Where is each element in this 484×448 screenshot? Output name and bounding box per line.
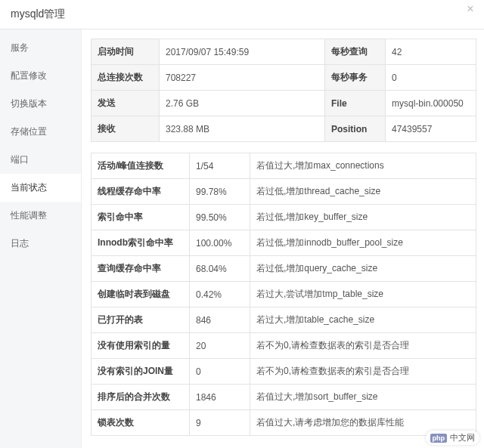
- table-row: 发送 2.76 GB File mysql-bin.000050: [92, 91, 476, 116]
- table-row: 总连接次数 708227 每秒事务 0: [92, 65, 476, 91]
- metric-hint: 若不为0,请检查数据表的索引是否合理: [250, 333, 476, 359]
- page-title: mysqld管理: [11, 8, 65, 20]
- summary-val: 47439557: [386, 116, 476, 142]
- summary-val: 2.76 GB: [160, 91, 325, 116]
- metric-value: 9: [190, 410, 250, 436]
- metric-value: 0.42%: [190, 282, 250, 307]
- table-row: 排序后的合并次数1846若值过大,增加sort_buffer_size: [92, 385, 476, 410]
- metrics-table: 活动/峰值连接数1/54若值过大,增加max_connections线程缓存命中…: [91, 153, 476, 436]
- metric-value: 1846: [190, 385, 250, 410]
- summary-key: 每秒查询: [325, 39, 386, 65]
- summary-val: 0: [386, 65, 476, 91]
- summary-val: 42: [386, 39, 476, 65]
- metric-value: 100.00%: [190, 230, 250, 256]
- summary-val: 2017/09/07 15:49:59: [160, 39, 325, 65]
- metric-label: 没有使用索引的量: [92, 333, 190, 359]
- metric-hint: 若过低,增加query_cache_size: [250, 256, 476, 282]
- metric-label: 没有索引的JOIN量: [92, 359, 190, 385]
- metric-value: 68.04%: [190, 256, 250, 282]
- sidebar-item-port[interactable]: 端口: [0, 146, 81, 174]
- sidebar: 服务 配置修改 切换版本 存储位置 端口 当前状态 性能调整 日志: [0, 29, 82, 448]
- metric-hint: 若过大,尝试增加tmp_table_size: [250, 282, 476, 307]
- metric-value: 99.78%: [190, 179, 250, 205]
- metric-value: 846: [190, 307, 250, 333]
- metric-label: 锁表次数: [92, 410, 190, 436]
- sidebar-item-performance[interactable]: 性能调整: [0, 202, 81, 230]
- metric-value: 1/54: [190, 153, 250, 179]
- metric-hint: 若值过大,增加sort_buffer_size: [250, 385, 476, 410]
- watermark-text: 中文网: [450, 432, 475, 443]
- title-bar: mysqld管理 ×: [0, 0, 484, 29]
- table-row: Innodb索引命中率100.00%若过低,增加innodb_buffer_po…: [92, 230, 476, 256]
- sidebar-item-config[interactable]: 配置修改: [0, 62, 81, 90]
- metric-value: 20: [190, 333, 250, 359]
- summary-val: mysql-bin.000050: [386, 91, 476, 116]
- table-row: 查询缓存命中率68.04%若过低,增加query_cache_size: [92, 256, 476, 282]
- summary-key: 启动时间: [92, 39, 160, 65]
- sidebar-item-storage[interactable]: 存储位置: [0, 118, 81, 146]
- summary-key: 每秒事务: [325, 65, 386, 91]
- metric-label: Innodb索引命中率: [92, 230, 190, 256]
- metric-label: 创建临时表到磁盘: [92, 282, 190, 307]
- metric-value: 0: [190, 359, 250, 385]
- table-row: 锁表次数9若值过大,请考虑增加您的数据库性能: [92, 410, 476, 436]
- summary-table: 启动时间 2017/09/07 15:49:59 每秒查询 42 总连接次数 7…: [91, 39, 476, 142]
- table-row: 活动/峰值连接数1/54若值过大,增加max_connections: [92, 153, 476, 179]
- table-row: 接收 323.88 MB Position 47439557: [92, 116, 476, 142]
- php-logo-icon: php: [430, 434, 448, 443]
- sidebar-item-service[interactable]: 服务: [0, 34, 81, 62]
- watermark-badge: php 中文网: [426, 431, 480, 445]
- close-icon[interactable]: ×: [463, 2, 478, 17]
- summary-val: 708227: [160, 65, 325, 91]
- metric-label: 排序后的合并次数: [92, 385, 190, 410]
- metric-label: 索引命中率: [92, 205, 190, 230]
- metric-hint: 若值过大,增加max_connections: [250, 153, 476, 179]
- sidebar-item-version[interactable]: 切换版本: [0, 90, 81, 118]
- sidebar-item-status[interactable]: 当前状态: [0, 174, 81, 202]
- summary-key: 发送: [92, 91, 160, 116]
- sidebar-item-log[interactable]: 日志: [0, 230, 81, 258]
- metric-value: 99.50%: [190, 205, 250, 230]
- metric-hint: 若过低,增加innodb_buffer_pool_size: [250, 230, 476, 256]
- table-row: 已打开的表846若过大,增加table_cache_size: [92, 307, 476, 333]
- table-row: 创建临时表到磁盘0.42%若过大,尝试增加tmp_table_size: [92, 282, 476, 307]
- metric-label: 活动/峰值连接数: [92, 153, 190, 179]
- metric-hint: 若过低,增加thread_cache_size: [250, 179, 476, 205]
- layout: 服务 配置修改 切换版本 存储位置 端口 当前状态 性能调整 日志 启动时间 2…: [0, 29, 484, 448]
- metric-label: 已打开的表: [92, 307, 190, 333]
- content: 启动时间 2017/09/07 15:49:59 每秒查询 42 总连接次数 7…: [82, 29, 484, 448]
- table-row: 没有使用索引的量20若不为0,请检查数据表的索引是否合理: [92, 333, 476, 359]
- table-row: 线程缓存命中率99.78%若过低,增加thread_cache_size: [92, 179, 476, 205]
- summary-key: 接收: [92, 116, 160, 142]
- metric-label: 线程缓存命中率: [92, 179, 190, 205]
- summary-key: 总连接次数: [92, 65, 160, 91]
- summary-key: File: [325, 91, 386, 116]
- metric-hint: 若不为0,请检查数据表的索引是否合理: [250, 359, 476, 385]
- table-row: 没有索引的JOIN量0若不为0,请检查数据表的索引是否合理: [92, 359, 476, 385]
- metric-hint: 若过大,增加table_cache_size: [250, 307, 476, 333]
- metric-label: 查询缓存命中率: [92, 256, 190, 282]
- summary-val: 323.88 MB: [160, 116, 325, 142]
- table-row: 启动时间 2017/09/07 15:49:59 每秒查询 42: [92, 39, 476, 65]
- table-row: 索引命中率99.50%若过低,增加key_buffer_size: [92, 205, 476, 230]
- summary-key: Position: [325, 116, 386, 142]
- metric-hint: 若过低,增加key_buffer_size: [250, 205, 476, 230]
